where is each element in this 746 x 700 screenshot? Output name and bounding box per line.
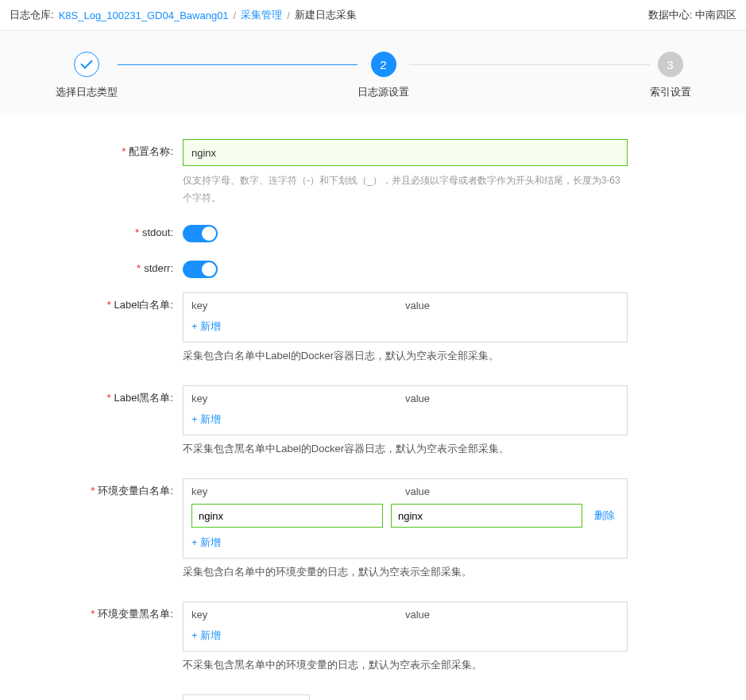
env-blacklist-desc: 不采集包含黑名单中的环境变量的日志，默认为空表示全部采集。	[183, 658, 628, 672]
kv-key-header: key	[191, 609, 405, 621]
label-blacklist-label: Label黑名单:	[48, 385, 183, 405]
label-whitelist-box: key value + 新增	[183, 292, 628, 342]
datacenter-value: 中南四区	[695, 9, 736, 21]
label-blacklist-box: key value + 新增	[183, 385, 628, 435]
breadcrumb-sep: /	[287, 10, 290, 21]
step-2-icon: 2	[371, 52, 396, 77]
step-line	[118, 64, 358, 65]
datacenter-info: 数据中心: 中南四区	[648, 8, 736, 22]
kv-key-header: key	[191, 300, 405, 311]
step-2-label: 日志源设置	[358, 85, 409, 99]
env-whitelist-desc: 采集包含白名单中的环境变量的日志，默认为空表示全部采集。	[183, 565, 628, 579]
stdout-label: stdout:	[48, 221, 183, 238]
breadcrumb-current: 新建日志采集	[295, 8, 357, 22]
repo-name-link[interactable]: K8S_Log_100231_GD04_Bawang01	[59, 10, 229, 21]
env-whitelist-key-input[interactable]	[191, 504, 383, 528]
label-whitelist-add[interactable]: + 新增	[184, 315, 229, 342]
step-3: 3 索引设置	[650, 52, 691, 99]
env-blacklist-label: 环境变量黑名单:	[48, 601, 183, 621]
env-whitelist-delete[interactable]: 删除	[590, 509, 619, 523]
stderr-switch[interactable]	[183, 261, 218, 278]
label-blacklist-add[interactable]: + 新增	[184, 408, 229, 435]
label-whitelist-desc: 采集包含白名单中Label的Docker容器日志，默认为空表示全部采集。	[183, 349, 628, 363]
kv-value-header: value	[405, 485, 619, 497]
breadcrumb-sep: /	[234, 10, 237, 21]
collection-mgmt-link[interactable]: 采集管理	[241, 8, 282, 22]
stdout-switch[interactable]	[183, 225, 218, 242]
step-1-label: 选择日志类型	[56, 85, 118, 99]
step-3-icon: 3	[658, 52, 683, 77]
config-name-help: 仅支持字母、数字、连字符（-）和下划线（_），并且必须以字母或者数字作为开头和结…	[183, 172, 628, 207]
mode-select[interactable]: 简易模式	[183, 694, 310, 700]
env-blacklist-box: key value + 新增	[183, 601, 628, 652]
kv-value-header: value	[405, 609, 619, 621]
kv-value-header: value	[405, 300, 619, 311]
stderr-label: stderr:	[48, 257, 183, 274]
env-whitelist-add[interactable]: + 新增	[184, 531, 229, 558]
label-whitelist-label: Label白名单:	[48, 292, 183, 312]
form-container: 配置名称: 仅支持字母、数字、连字符（-）和下划线（_），并且必须以字母或者数字…	[0, 115, 746, 700]
config-name-label: 配置名称:	[48, 139, 183, 159]
step-1-icon	[74, 52, 99, 77]
breadcrumb: 日志仓库: K8S_Log_100231_GD04_Bawang01 / 采集管…	[10, 8, 357, 22]
step-3-label: 索引设置	[650, 85, 691, 99]
env-whitelist-box: key value 删除 + 新增	[183, 478, 628, 559]
repo-label: 日志仓库:	[10, 8, 54, 22]
kv-key-header: key	[191, 485, 405, 497]
step-2: 2 日志源设置	[358, 52, 409, 99]
env-whitelist-value-input[interactable]	[391, 504, 582, 528]
env-whitelist-row: 删除	[184, 501, 627, 531]
env-whitelist-label: 环境变量白名单:	[48, 478, 183, 498]
env-blacklist-add[interactable]: + 新增	[184, 624, 229, 651]
label-blacklist-desc: 不采集包含黑名单中Label的Docker容器日志，默认为空表示全部采集。	[183, 442, 628, 456]
mode-label: 模式:	[48, 694, 183, 700]
steps-container: 选择日志类型 2 日志源设置 3 索引设置	[0, 32, 746, 115]
datacenter-label: 数据中心:	[648, 9, 693, 21]
kv-key-header: key	[191, 393, 405, 404]
checkmark-icon	[80, 56, 93, 69]
kv-value-header: value	[405, 393, 619, 404]
step-1: 选择日志类型	[56, 52, 118, 99]
step-line	[409, 64, 650, 65]
config-name-input[interactable]	[183, 139, 628, 166]
page-header: 日志仓库: K8S_Log_100231_GD04_Bawang01 / 采集管…	[0, 0, 746, 31]
